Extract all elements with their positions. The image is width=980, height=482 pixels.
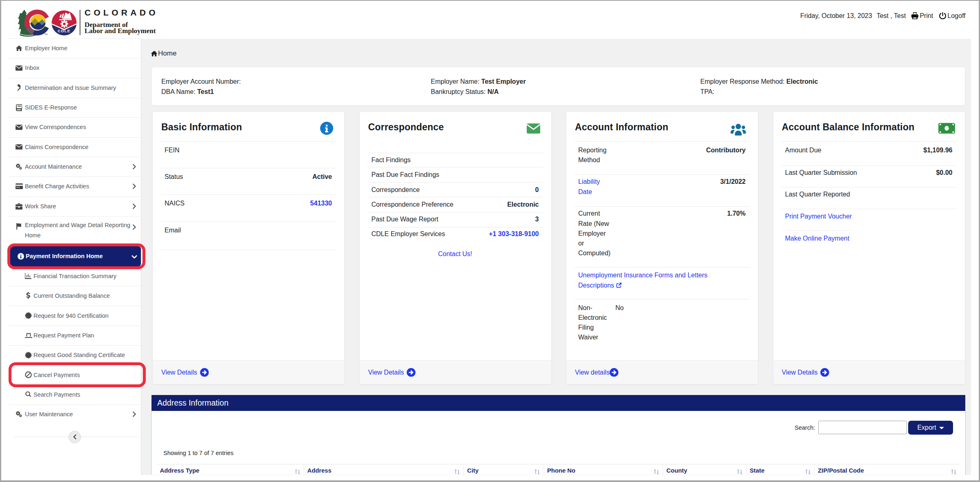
svg-text:CDLE: CDLE [58,29,70,33]
svg-text:TM: TM [45,33,48,36]
